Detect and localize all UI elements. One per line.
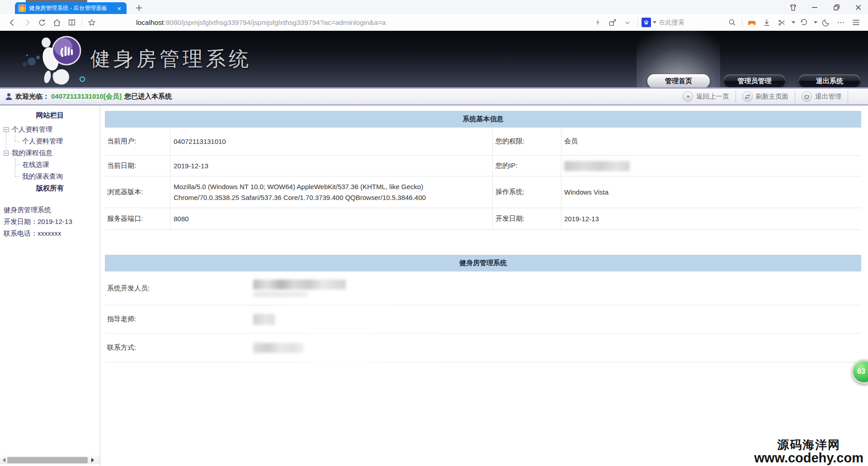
system-info-table: 系统基本信息 当前用户: 04072113131010 您的权限: 会员 当前日… — [105, 111, 868, 230]
scroll-left-arrow-icon[interactable] — [3, 458, 5, 462]
refresh-page-label: 刷新主页面 — [756, 92, 789, 101]
nav-admin-manage-button[interactable]: 管理员管理 — [723, 74, 786, 88]
gamepad-icon[interactable] — [746, 17, 758, 29]
row-label: 当前用户: — [105, 128, 170, 156]
watermark: 源码海洋网 www.codehy.com — [754, 438, 863, 465]
welcome-actions: 返回上一页 刷新主页面 退出管理 — [676, 90, 868, 103]
home-icon[interactable] — [51, 17, 63, 29]
night-mode-moon-icon[interactable] — [820, 17, 832, 29]
search-engine-caret-icon[interactable] — [653, 21, 656, 24]
close-icon[interactable] — [852, 1, 864, 13]
credits-grid: 系统开发人员: 指导老师: 联系方式: — [105, 271, 861, 362]
row-label: 联系方式: — [105, 333, 253, 362]
watermark-site-name: 源码海洋网 — [754, 438, 863, 451]
row-value-redacted — [253, 333, 861, 362]
welcome-suffix: 您已进入本系统 — [124, 92, 172, 101]
exit-admin-button[interactable]: 退出管理 — [795, 91, 848, 102]
undo-history-icon[interactable] — [798, 17, 810, 29]
row-label: 操作系统: — [493, 176, 561, 208]
welcome-greeting: 欢迎光临： — [15, 92, 49, 101]
main-panel: 系统基本信息 当前用户: 04072113131010 您的权限: 会员 当前日… — [100, 105, 868, 466]
tree-leaf-my-timetable[interactable]: 我的课表查询 — [0, 171, 100, 182]
tree-node-profile-manage[interactable]: 个人资料管理 — [0, 124, 100, 135]
row-value: 2019-12-13 — [170, 156, 493, 176]
power-icon — [802, 91, 812, 102]
redacted-ip-blur — [564, 161, 630, 171]
system-info-grid: 当前用户: 04072113131010 您的权限: 会员 当前日期: 2019… — [105, 128, 861, 230]
action-divider — [848, 90, 848, 103]
undo-caret-icon[interactable] — [814, 21, 817, 24]
lightning-icon[interactable] — [592, 17, 604, 29]
url-path: :8080/jspmjsfglxthsg339794/jspmjsfglxths… — [164, 19, 386, 27]
toolbar-divider — [82, 18, 82, 27]
tree-connector — [12, 171, 20, 182]
tree-leaf-online-course-select[interactable]: 在线选课 — [0, 159, 100, 171]
nav-logout-button[interactable]: 退出系统 — [798, 74, 861, 88]
copyright-line: 联系电话：xxxxxxx — [4, 228, 100, 239]
scissors-capture-icon[interactable] — [776, 17, 788, 29]
baidu-search-engine-icon[interactable] — [642, 18, 651, 27]
row-label: 浏览器版本: — [105, 176, 170, 208]
row-value: 8080 — [170, 208, 493, 230]
reading-mode-icon[interactable] — [66, 17, 78, 29]
restore-icon[interactable] — [830, 1, 843, 13]
welcome-bar: 欢迎光临： 04072113131010[会员] 您已进入本系统 返回上一页 刷… — [0, 89, 868, 105]
redacted-developers-blur — [253, 280, 346, 290]
tab-close-icon[interactable]: × — [115, 4, 123, 13]
refresh-circle-icon — [742, 91, 753, 102]
tree-connector — [12, 159, 20, 171]
system-credits-table: 健身房管理系统 系统开发人员: 指导老师: 联系方式: — [105, 255, 868, 362]
address-bar[interactable]: localhost:8080/jspmjsfglxthsg339794/jspm… — [136, 19, 592, 27]
new-tab-button[interactable] — [133, 2, 145, 14]
sidebar-horizontal-scrollbar[interactable] — [0, 456, 100, 464]
row-label: 您的IP: — [493, 156, 561, 176]
search-magnifier-icon[interactable] — [726, 17, 738, 29]
row-value: Mozilla/5.0 (Windows NT 10.0; WOW64) App… — [170, 176, 493, 208]
chevron-down-icon[interactable] — [622, 17, 633, 29]
watermark-site-url: www.codehy.com — [754, 451, 863, 465]
app-header: 健身房管理系统 管理首页 管理员管理 退出系统 — [0, 31, 868, 89]
scrollbar-thumb[interactable] — [7, 457, 88, 463]
reload-icon[interactable] — [36, 17, 48, 29]
toolbar-search[interactable]: 在此搜索 — [642, 17, 741, 29]
search-here-label[interactable]: 在此搜索 — [659, 19, 684, 27]
row-value-redacted — [253, 305, 861, 333]
scroll-right-arrow-icon[interactable] — [91, 458, 94, 462]
download-icon[interactable] — [761, 17, 773, 29]
copyright-title: 版权所有 — [0, 182, 100, 194]
theme-skin-icon[interactable] — [787, 1, 799, 13]
redacted-contact-blur — [253, 343, 304, 353]
minimize-icon[interactable] — [808, 1, 821, 13]
bookmark-star-icon[interactable] — [86, 17, 98, 29]
back-circle-icon — [683, 91, 693, 102]
row-value: 2019-12-13 — [561, 208, 861, 230]
more-options-icon[interactable] — [835, 17, 847, 29]
refresh-page-button[interactable]: 刷新主页面 — [736, 91, 795, 102]
copyright-line: 健身房管理系统 — [4, 204, 100, 216]
browser-tab[interactable]: 健身房管理系统 - 后台管理面板 × — [15, 2, 127, 14]
collapse-minus-icon[interactable] — [4, 151, 9, 156]
nav-admin-home-button[interactable]: 管理首页 — [647, 74, 710, 88]
sidebar-tree: 个人资料管理 个人资料管理 我的课程信息 在线选课 我的课表查询 — [0, 124, 100, 182]
row-value: 会员 — [561, 128, 861, 156]
browser-toolbar: localhost:8080/jspmjsfglxthsg339794/jspm… — [0, 14, 868, 31]
copyright-line: 开发日期：2019-12-13 — [4, 216, 100, 228]
scissors-caret-icon[interactable] — [792, 21, 795, 24]
tab-favicon-icon — [19, 5, 26, 12]
content-area: 网站栏目 个人资料管理 个人资料管理 我的课程信息 在线选课 — [0, 105, 868, 466]
row-label: 您的权限: — [493, 128, 561, 156]
back-icon[interactable] — [6, 17, 18, 29]
tree-node-my-courses[interactable]: 我的课程信息 — [0, 147, 100, 159]
copyright-block: 健身房管理系统 开发日期：2019-12-13 联系电话：xxxxxxx — [0, 204, 100, 239]
forward-icon[interactable] — [21, 17, 33, 29]
menu-hamburger-icon[interactable] — [850, 17, 862, 29]
collapse-minus-icon[interactable] — [4, 127, 9, 132]
share-icon[interactable] — [607, 17, 618, 29]
welcome-user-id: 04072113131010[会员] — [51, 92, 122, 101]
tree-connector — [12, 135, 20, 147]
exit-admin-label: 退出管理 — [815, 92, 841, 101]
plus-icon — [135, 4, 143, 12]
tree-leaf-profile-manage[interactable]: 个人资料管理 — [0, 135, 100, 147]
app-title: 健身房管理系统 — [90, 46, 252, 72]
back-page-button[interactable]: 返回上一页 — [676, 91, 736, 102]
